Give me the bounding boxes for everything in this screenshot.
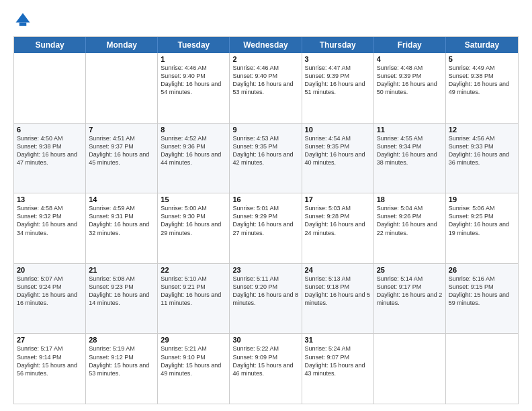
header-day: Saturday (446, 37, 518, 53)
page: SundayMondayTuesdayWednesdayThursdayFrid… (0, 0, 532, 411)
day-info: Sunrise: 5:17 AM Sunset: 9:14 PM Dayligh… (17, 345, 83, 377)
calendar-day-cell: 11Sunrise: 4:55 AM Sunset: 9:34 PM Dayli… (374, 124, 446, 193)
day-number: 5 (449, 55, 515, 63)
calendar-row: 1Sunrise: 4:46 AM Sunset: 9:40 PM Daylig… (14, 53, 518, 124)
calendar-day-cell: 25Sunrise: 5:14 AM Sunset: 9:17 PM Dayli… (374, 264, 446, 334)
day-number: 8 (161, 126, 226, 134)
day-number: 9 (232, 126, 298, 134)
calendar-row: 6Sunrise: 4:50 AM Sunset: 9:38 PM Daylig… (14, 124, 518, 194)
day-info: Sunrise: 4:47 AM Sunset: 9:39 PM Dayligh… (305, 64, 371, 97)
day-info: Sunrise: 5:01 AM Sunset: 9:29 PM Dayligh… (232, 204, 298, 237)
day-info: Sunrise: 5:24 AM Sunset: 9:07 PM Dayligh… (305, 345, 371, 377)
day-number: 22 (161, 266, 226, 274)
day-info: Sunrise: 5:10 AM Sunset: 9:21 PM Dayligh… (161, 275, 226, 308)
calendar-empty-cell (446, 334, 518, 404)
svg-marker-0 (16, 13, 30, 23)
day-info: Sunrise: 4:52 AM Sunset: 9:36 PM Dayligh… (161, 134, 226, 167)
calendar-row: 13Sunrise: 4:58 AM Sunset: 9:32 PM Dayli… (14, 193, 518, 264)
day-number: 4 (377, 55, 443, 63)
day-info: Sunrise: 4:51 AM Sunset: 9:37 PM Dayligh… (89, 134, 154, 167)
calendar-empty-cell (374, 334, 446, 404)
day-info: Sunrise: 4:46 AM Sunset: 9:40 PM Dayligh… (161, 64, 226, 97)
day-info: Sunrise: 5:08 AM Sunset: 9:23 PM Dayligh… (89, 275, 154, 308)
day-number: 7 (89, 126, 154, 134)
day-info: Sunrise: 4:55 AM Sunset: 9:34 PM Dayligh… (377, 134, 443, 167)
calendar-day-cell: 13Sunrise: 4:58 AM Sunset: 9:32 PM Dayli… (14, 193, 86, 263)
day-info: Sunrise: 5:16 AM Sunset: 9:15 PM Dayligh… (449, 275, 515, 308)
calendar-day-cell: 2Sunrise: 4:46 AM Sunset: 9:40 PM Daylig… (230, 53, 302, 123)
day-info: Sunrise: 4:58 AM Sunset: 9:32 PM Dayligh… (17, 204, 83, 237)
calendar-day-cell: 20Sunrise: 5:07 AM Sunset: 9:24 PM Dayli… (14, 264, 86, 334)
svg-rect-1 (19, 23, 27, 26)
calendar-day-cell: 29Sunrise: 5:21 AM Sunset: 9:10 PM Dayli… (158, 334, 230, 404)
day-info: Sunrise: 5:07 AM Sunset: 9:24 PM Dayligh… (17, 275, 83, 308)
calendar-day-cell: 8Sunrise: 4:52 AM Sunset: 9:36 PM Daylig… (158, 124, 230, 193)
header-day: Friday (374, 37, 446, 53)
calendar-day-cell: 24Sunrise: 5:13 AM Sunset: 9:18 PM Dayli… (302, 264, 374, 334)
day-info: Sunrise: 4:49 AM Sunset: 9:38 PM Dayligh… (449, 64, 515, 97)
day-number: 12 (449, 126, 515, 134)
logo-icon (13, 11, 32, 30)
header-day: Sunday (14, 37, 86, 53)
calendar-day-cell: 23Sunrise: 5:11 AM Sunset: 9:20 PM Dayli… (230, 264, 302, 334)
day-info: Sunrise: 5:14 AM Sunset: 9:17 PM Dayligh… (377, 275, 443, 308)
day-info: Sunrise: 4:56 AM Sunset: 9:33 PM Dayligh… (449, 134, 515, 167)
day-info: Sunrise: 5:19 AM Sunset: 9:12 PM Dayligh… (89, 345, 154, 377)
calendar-day-cell: 15Sunrise: 5:00 AM Sunset: 9:30 PM Dayli… (158, 193, 230, 263)
calendar-empty-cell (14, 53, 86, 123)
day-info: Sunrise: 4:50 AM Sunset: 9:38 PM Dayligh… (17, 134, 83, 167)
day-number: 2 (232, 55, 298, 63)
day-info: Sunrise: 5:04 AM Sunset: 9:26 PM Dayligh… (377, 204, 443, 237)
day-number: 16 (232, 195, 298, 203)
calendar-day-cell: 7Sunrise: 4:51 AM Sunset: 9:37 PM Daylig… (86, 124, 158, 193)
logo (13, 11, 35, 30)
calendar-day-cell: 17Sunrise: 5:03 AM Sunset: 9:28 PM Dayli… (302, 193, 374, 263)
calendar-day-cell: 14Sunrise: 4:59 AM Sunset: 9:31 PM Dayli… (86, 193, 158, 263)
header (13, 11, 519, 30)
day-number: 19 (449, 195, 515, 203)
day-info: Sunrise: 4:53 AM Sunset: 9:35 PM Dayligh… (232, 134, 298, 167)
calendar-day-cell: 4Sunrise: 4:48 AM Sunset: 9:39 PM Daylig… (374, 53, 446, 123)
day-number: 17 (305, 195, 371, 203)
day-number: 20 (17, 266, 83, 274)
calendar-day-cell: 31Sunrise: 5:24 AM Sunset: 9:07 PM Dayli… (302, 334, 374, 404)
header-day: Thursday (302, 37, 374, 53)
day-number: 6 (17, 126, 83, 134)
day-info: Sunrise: 5:21 AM Sunset: 9:10 PM Dayligh… (161, 345, 226, 377)
day-number: 25 (377, 266, 443, 274)
day-info: Sunrise: 5:06 AM Sunset: 9:25 PM Dayligh… (449, 204, 515, 237)
day-number: 10 (305, 126, 371, 134)
calendar-day-cell: 16Sunrise: 5:01 AM Sunset: 9:29 PM Dayli… (230, 193, 302, 263)
calendar-day-cell: 9Sunrise: 4:53 AM Sunset: 9:35 PM Daylig… (230, 124, 302, 193)
calendar-day-cell: 10Sunrise: 4:54 AM Sunset: 9:35 PM Dayli… (302, 124, 374, 193)
header-day: Monday (86, 37, 158, 53)
calendar-body: 1Sunrise: 4:46 AM Sunset: 9:40 PM Daylig… (14, 53, 518, 404)
day-number: 29 (161, 336, 226, 344)
day-number: 3 (305, 55, 371, 63)
calendar-day-cell: 22Sunrise: 5:10 AM Sunset: 9:21 PM Dayli… (158, 264, 230, 334)
calendar-header: SundayMondayTuesdayWednesdayThursdayFrid… (14, 37, 518, 53)
calendar-day-cell: 6Sunrise: 4:50 AM Sunset: 9:38 PM Daylig… (14, 124, 86, 193)
calendar-day-cell: 26Sunrise: 5:16 AM Sunset: 9:15 PM Dayli… (446, 264, 518, 334)
calendar-day-cell: 12Sunrise: 4:56 AM Sunset: 9:33 PM Dayli… (446, 124, 518, 193)
calendar-row: 20Sunrise: 5:07 AM Sunset: 9:24 PM Dayli… (14, 264, 518, 334)
day-info: Sunrise: 5:03 AM Sunset: 9:28 PM Dayligh… (305, 204, 371, 237)
day-number: 31 (305, 336, 371, 344)
day-info: Sunrise: 4:59 AM Sunset: 9:31 PM Dayligh… (89, 204, 154, 237)
calendar: SundayMondayTuesdayWednesdayThursdayFrid… (13, 36, 519, 404)
day-number: 28 (89, 336, 154, 344)
header-day: Wednesday (230, 37, 302, 53)
calendar-day-cell: 1Sunrise: 4:46 AM Sunset: 9:40 PM Daylig… (158, 53, 230, 123)
day-number: 15 (161, 195, 226, 203)
day-number: 18 (377, 195, 443, 203)
calendar-row: 27Sunrise: 5:17 AM Sunset: 9:14 PM Dayli… (14, 334, 518, 404)
day-number: 24 (305, 266, 371, 274)
day-info: Sunrise: 5:11 AM Sunset: 9:20 PM Dayligh… (232, 275, 298, 308)
day-number: 27 (17, 336, 83, 344)
calendar-day-cell: 21Sunrise: 5:08 AM Sunset: 9:23 PM Dayli… (86, 264, 158, 334)
day-number: 13 (17, 195, 83, 203)
calendar-day-cell: 3Sunrise: 4:47 AM Sunset: 9:39 PM Daylig… (302, 53, 374, 123)
header-day: Tuesday (158, 37, 230, 53)
calendar-day-cell: 30Sunrise: 5:22 AM Sunset: 9:09 PM Dayli… (230, 334, 302, 404)
calendar-empty-cell (86, 53, 158, 123)
